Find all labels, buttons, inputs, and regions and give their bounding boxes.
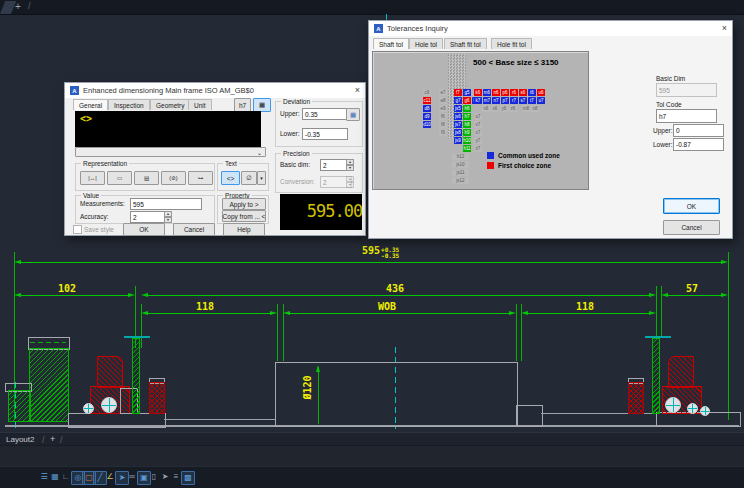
tolerance-zone-cell-h11[interactable]: h11 [463,145,471,152]
tolerance-zone-cell-v6[interactable]: v6 [482,105,490,112]
tab-geometry[interactable]: Geometry [150,99,191,110]
tolerance-zone-cell-e9[interactable]: e9 [439,105,447,112]
tolerance-zone-cell-m8[interactable]: m8 [522,105,530,112]
tol-code-field[interactable]: h7 [656,109,717,123]
lower-field[interactable]: -0.35 [302,128,348,140]
tolerance-zone-cell-g6[interactable]: g6 [463,97,471,104]
tolerance-zone-cell-js6[interactable]: js6 [454,113,462,120]
tolerance-zone-cell-js7[interactable]: js7 [454,121,462,128]
dimension-text-102[interactable]: 102 [58,283,76,294]
tolerance-zone-cell-u7[interactable]: u7 [474,113,482,120]
save-style-checkbox[interactable] [73,225,82,234]
tolerance-zone-cell-e8[interactable]: e8 [439,97,447,104]
copy-from-button[interactable]: Copy from ... < [222,210,266,222]
tolerance-zone-cell-r7[interactable]: r7 [510,97,518,104]
representation-button-5[interactable]: ⊶ [188,171,213,185]
right-rib[interactable] [652,338,660,414]
tolerance-zone-cell-js11[interactable]: js11 [452,169,469,176]
dimension-text-436[interactable]: 436 [386,283,404,294]
tolerance-zone-cell-z6[interactable]: z6 [509,105,517,112]
basic-dim-stepper[interactable]: ▴▾ [346,159,354,170]
center-step[interactable] [516,405,543,427]
dimension-line-57[interactable] [666,295,723,296]
extension-line[interactable] [516,304,517,361]
tolerance-zone-cell-n7[interactable]: n7 [492,97,500,104]
extension-line[interactable] [728,252,729,420]
tab-shaft-tol[interactable]: Shaft tol [373,38,409,49]
diameter-dim-text[interactable]: Ø120 [302,375,313,399]
ok-button[interactable]: OK [663,198,720,214]
new-layout-button[interactable]: + [50,434,55,444]
upper-field[interactable]: 0.35 [302,108,348,120]
close-icon[interactable]: × [355,86,360,95]
cancel-button[interactable]: Cancel [663,220,720,235]
layout-tab[interactable]: Layout2 [6,435,34,444]
tab-hole-fit-tol[interactable]: Hole fit tol [491,38,532,49]
representation-button-2[interactable]: ▭ [107,171,132,185]
tolerance-zone-cell-f6[interactable]: f6 [439,113,447,120]
command-area[interactable] [0,445,744,467]
ok-button[interactable]: OK [123,223,165,236]
close-icon[interactable]: × [722,24,727,33]
dimension-line-WOB[interactable] [288,313,511,314]
extension-line[interactable] [656,286,657,336]
upper-field[interactable]: 0 [673,124,724,137]
dialog-title-bar[interactable]: A Enhanced dimensioning Main frame ISO A… [65,83,365,98]
right-spacer[interactable] [628,382,644,414]
diameter-dim-line[interactable] [318,367,319,424]
left-pedestal-upper[interactable] [97,356,123,388]
tolerance-zone-cell-x6[interactable]: x6 [491,105,499,112]
tolerance-zone-cell-c11[interactable]: c11 [423,97,431,104]
tolerance-zone-cell-js8[interactable]: js8 [454,129,462,136]
tolerance-zone-cell-s7[interactable]: s7 [519,97,527,104]
dimension-text-57[interactable]: 57 [686,283,698,294]
angle-brackets-button[interactable]: <> [221,171,240,185]
tolerance-zone-cell-js10[interactable]: js10 [452,161,469,168]
dialog-title-bar[interactable]: A Tolerances Inquiry × [369,21,732,36]
tolerance-zone-cell-u7[interactable]: u7 [537,97,545,104]
tolerance-zone-cell-h9[interactable]: h9 [463,129,471,136]
tolerance-zone-cell-g5[interactable]: g5 [463,89,471,96]
tolerance-zone-cell-m6[interactable]: m6 [483,89,491,96]
tolerance-zone-cell-h8[interactable]: h8 [463,121,471,128]
representation-button-4[interactable]: (⊘) [161,171,186,185]
tolerance-zone-cell-f7[interactable]: f7 [454,89,462,96]
dimension-text-595[interactable]: 595+0.35-0.35 [362,245,399,259]
tolerance-zone-cell-k6[interactable]: k6 [474,89,482,96]
tolerance-zone-cell-d10[interactable]: d10 [423,121,431,128]
left-block-dash[interactable] [30,342,66,343]
dimension-text-118[interactable]: 118 [576,301,594,312]
tolerance-zone-cell-t6[interactable]: t6 [528,89,536,96]
tolerance-zone-cell-js5[interactable]: js5 [454,105,462,112]
tolerance-zone-cell-h6[interactable]: h6 [463,105,471,112]
tolerance-zone-cell-z7[interactable]: z7 [474,145,482,152]
tab-general[interactable]: General [73,99,108,110]
dimension-text-WOB[interactable]: WOB [378,301,396,312]
tolerance-zone-cell-p7[interactable]: p7 [501,97,509,104]
tolerance-zone-cell-js12[interactable]: js12 [452,177,469,184]
extension-line[interactable] [277,304,278,361]
apply-to-button[interactable]: Apply to > [222,198,266,210]
representation-button-1[interactable]: |↔| [80,171,105,185]
representation-button-3[interactable]: ▤ [134,171,159,185]
right-roller[interactable] [700,406,710,416]
left-bearing-small[interactable] [83,403,94,414]
tolerance-zone-cell-c9[interactable]: c9 [423,89,431,96]
dimension-line-595[interactable] [19,262,723,263]
tolerance-lookup-button[interactable]: ▦ [346,108,360,121]
diameter-symbol-button[interactable]: ∅ [241,171,257,185]
left-block-body[interactable] [29,348,69,422]
tolerance-zone-cell-m7[interactable]: m7 [483,97,491,104]
tol-code-button[interactable]: h7 [234,98,251,112]
dimension-line-118[interactable] [526,313,651,314]
tolerance-zone-cell-p6[interactable]: p6 [501,89,509,96]
right-base[interactable] [656,412,741,427]
tolerance-zone-cell-e7[interactable]: e7 [439,89,447,96]
tab-hole-tol[interactable]: Hole tol [409,38,443,49]
tolerance-zone-cell-x7[interactable]: x7 [474,129,482,136]
tab-unit[interactable]: Unit [188,99,212,110]
tolerance-zone-cell-d8[interactable]: d8 [423,105,431,112]
tolerance-zone-cell-js9[interactable]: js9 [454,137,462,144]
cancel-button[interactable]: Cancel [173,223,215,236]
dimension-line-118[interactable] [146,313,272,314]
